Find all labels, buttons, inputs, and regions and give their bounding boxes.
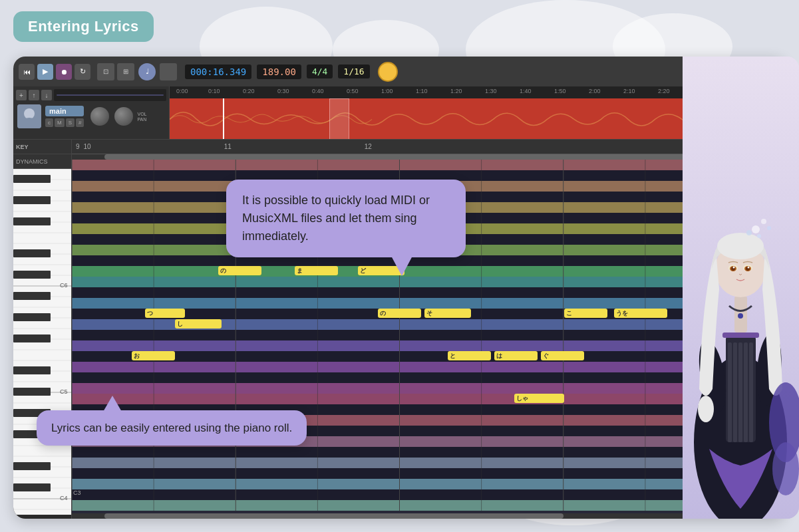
svg-rect-37 xyxy=(13,175,51,183)
piano-svg: C6 C5 C4 xyxy=(13,169,71,515)
pan-knob[interactable] xyxy=(114,107,133,126)
tempo-knob[interactable] xyxy=(378,62,398,82)
svg-rect-101 xyxy=(738,342,742,442)
tool-btn-2[interactable]: ⊞ xyxy=(117,63,134,80)
track-s-btn[interactable]: S xyxy=(66,118,75,127)
add-track-btn[interactable]: + xyxy=(16,90,27,100)
meter-display: 4/4 xyxy=(307,65,333,78)
tooltip-midi-text: It is possible to quickly load MIDI or M… xyxy=(242,194,430,243)
note-shi[interactable]: し xyxy=(175,319,222,329)
svg-rect-44 xyxy=(13,334,51,342)
character-svg xyxy=(683,57,799,519)
measure-12: 12 xyxy=(365,143,372,150)
track-m-btn[interactable]: M xyxy=(55,118,65,127)
track-info: main c M S # VOL PAN xyxy=(16,103,166,130)
time-display: 000:16.349 xyxy=(185,65,251,79)
daw-container: ⏮ ▶ ⏺ ↻ ⊡ ⊞ ♩ 000:16.349 189.00 4/4 1/16 xyxy=(13,57,786,519)
ruler-150: 1:50 xyxy=(554,88,566,94)
note-ko[interactable]: こ xyxy=(564,309,607,318)
svg-point-110 xyxy=(717,233,764,259)
metronome-btn[interactable]: ♩ xyxy=(138,63,156,80)
svg-text:C4: C4 xyxy=(60,495,68,501)
track-mode-buttons: c M S # xyxy=(45,118,84,127)
character-panel xyxy=(683,57,799,519)
title-badge: Entering Lyrics xyxy=(13,11,154,42)
vol-pan-labels: VOL PAN xyxy=(137,112,146,122)
ruler-10: 0:10 xyxy=(208,88,220,94)
ruler-50: 0:50 xyxy=(347,88,359,94)
note-o[interactable]: お xyxy=(132,351,175,360)
title-text: Entering Lyrics xyxy=(28,18,139,35)
note-ma[interactable]: ま xyxy=(295,266,338,275)
svg-text:C5: C5 xyxy=(60,388,68,395)
ruler-110: 1:10 xyxy=(416,88,428,94)
play-button[interactable]: ▶ xyxy=(37,64,53,80)
tool-btn-1[interactable]: ⊡ xyxy=(97,63,114,80)
tooltip-lyrics: Lyrics can be easily entered using the p… xyxy=(37,410,307,446)
track-up-btn[interactable]: ↑ xyxy=(29,90,39,100)
grid-ruler: 9 10 11 12 xyxy=(72,140,727,154)
svg-point-119 xyxy=(733,267,735,269)
ruler-210: 2:10 xyxy=(623,88,635,94)
dynamics-label-row: DYNAMICS xyxy=(13,154,71,169)
h-scrollbar-bottom[interactable] xyxy=(72,513,727,519)
vol-label: VOL xyxy=(137,112,146,116)
volume-knob[interactable] xyxy=(90,107,109,126)
svg-rect-102 xyxy=(744,342,748,442)
svg-rect-41 xyxy=(13,271,51,279)
ruler-140: 1:40 xyxy=(520,88,532,94)
note-gu[interactable]: ぐ xyxy=(541,351,584,360)
ruler-220: 2:20 xyxy=(658,88,670,94)
note-to[interactable]: と xyxy=(448,351,491,360)
track-header-row: + ↑ ↓ xyxy=(16,89,166,101)
svg-point-111 xyxy=(746,230,752,235)
pan-label: PAN xyxy=(137,117,146,122)
track-section: + ↑ ↓ xyxy=(13,86,786,140)
svg-rect-39 xyxy=(13,217,51,225)
h-scrollbar-top[interactable] xyxy=(72,154,727,160)
note-uwo[interactable]: うを xyxy=(614,309,667,318)
bpm-display: 189.00 xyxy=(257,65,301,79)
note-ha[interactable]: は xyxy=(494,351,538,360)
note-so[interactable]: そ xyxy=(424,309,471,318)
rewind-button[interactable]: ⏮ xyxy=(19,64,35,80)
tooltip-lyrics-text: Lyrics can be easily entered using the p… xyxy=(51,422,292,434)
svg-rect-40 xyxy=(13,249,51,257)
key-label-row: KEY xyxy=(13,140,71,154)
track-down-btn[interactable]: ↓ xyxy=(41,90,52,100)
svg-point-121 xyxy=(738,313,743,319)
svg-rect-50 xyxy=(13,483,51,491)
tooltip-midi: It is possible to quickly load MIDI or M… xyxy=(226,180,466,257)
ruler-0: 0:00 xyxy=(176,88,188,94)
measure-10: 10 xyxy=(84,143,224,150)
svg-rect-104 xyxy=(722,332,759,338)
ruler-200: 2:00 xyxy=(589,88,601,94)
svg-point-112 xyxy=(757,234,761,238)
h-scroll-thumb[interactable] xyxy=(104,154,695,160)
ruler-120: 1:20 xyxy=(450,88,462,94)
timeline-minimap xyxy=(54,89,166,101)
track-name[interactable]: main xyxy=(45,106,84,116)
avatar xyxy=(17,104,41,128)
svg-rect-45 xyxy=(13,366,51,374)
svg-rect-43 xyxy=(13,313,51,321)
daw-topbar: ⏮ ▶ ⏺ ↻ ⊡ ⊞ ♩ 000:16.349 189.00 4/4 1/16 xyxy=(13,57,786,86)
ruler-130: 1:30 xyxy=(485,88,497,94)
settings-btn[interactable] xyxy=(160,63,177,80)
note-no[interactable]: の xyxy=(218,266,261,275)
note-sha[interactable]: しゃ xyxy=(514,394,564,403)
record-button[interactable]: ⏺ xyxy=(56,64,72,80)
svg-point-2 xyxy=(23,118,36,128)
ruler-100: 1:00 xyxy=(381,88,393,94)
note-tsu[interactable]: つ xyxy=(145,309,185,318)
dynamics-label: DYNAMICS xyxy=(16,158,48,165)
note-no2[interactable]: の xyxy=(378,309,421,318)
svg-rect-42 xyxy=(13,292,51,300)
loop-button[interactable]: ↻ xyxy=(75,64,90,80)
svg-rect-103 xyxy=(749,342,753,442)
svg-point-1 xyxy=(24,108,35,119)
track-hash-btn[interactable]: # xyxy=(76,118,84,127)
track-c-btn[interactable]: c xyxy=(45,118,53,127)
h-scroll-bottom-thumb[interactable] xyxy=(104,513,563,519)
loop-region xyxy=(329,98,349,139)
